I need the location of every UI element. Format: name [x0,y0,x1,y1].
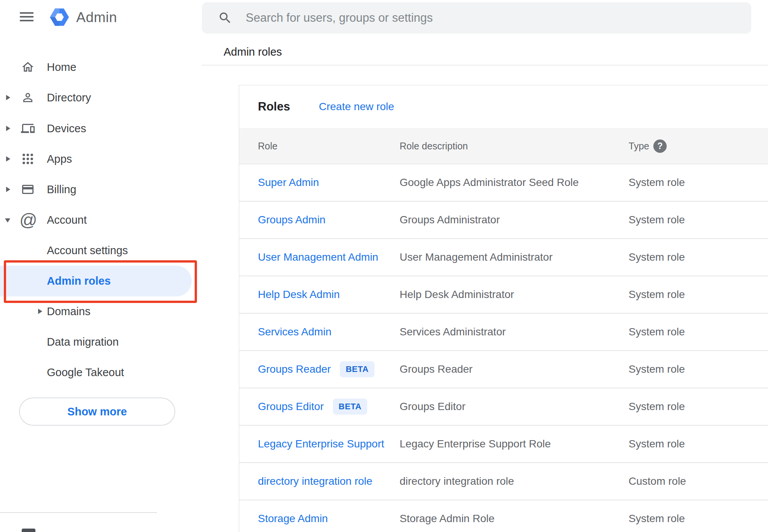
sidebar: Admin Home Directory Devices Apps Billin… [0,0,157,532]
table-header-row: Role Role description Type ? [239,128,768,164]
table-row: Super Admin Google Apps Administrator Se… [239,164,768,202]
admin-logo-icon [48,6,70,28]
expand-chevron-icon[interactable] [6,126,10,131]
show-more-button[interactable]: Show more [19,397,175,426]
expand-chevron-icon[interactable] [38,309,42,314]
role-description: Services Administrator [400,326,506,338]
create-new-role-link[interactable]: Create new role [319,85,394,128]
at-sign-icon: @ [19,210,36,230]
search-bar[interactable] [202,2,751,34]
role-type: System role [629,288,685,301]
sidebar-item-billing[interactable]: Billing [0,179,157,200]
beta-badge: BETA [340,361,374,377]
role-type: System role [629,513,685,525]
role-link[interactable]: Storage Admin [258,513,328,525]
sidebar-item-directory[interactable]: Directory [0,87,157,108]
table-row: Groups EditorBETA Groups Editor System r… [239,388,768,426]
sidebar-item-label: Devices [47,118,86,139]
devices-icon [21,122,35,135]
role-description: Google Apps Administrator Seed Role [400,176,579,189]
role-type: System role [629,176,685,189]
expand-chevron-icon[interactable] [6,95,10,100]
sidebar-item-account[interactable]: @ Account [0,209,157,231]
sidebar-item-label: Domains [47,301,90,322]
role-link[interactable]: Help Desk Admin [258,288,340,301]
table-row: directory integration role directory int… [239,463,768,500]
role-type: System role [629,401,685,413]
sidebar-item-label: Billing [47,179,76,200]
sidebar-item-google-takeout[interactable]: Google Takeout [0,362,157,383]
apps-grid-icon [21,152,35,166]
sidebar-item-label: Data migration [47,331,119,353]
sidebar-item-label: Account [47,209,87,231]
role-link[interactable]: Groups Reader [258,363,331,375]
clipped-bottom-icon [22,529,35,532]
role-link[interactable]: Groups Editor [258,401,324,413]
role-link[interactable]: directory integration role [258,475,372,487]
sidebar-item-domains[interactable]: Domains [0,301,157,322]
role-description: Groups Administrator [400,214,500,226]
sidebar-item-label: Admin roles [47,266,111,296]
roles-table-body: Super Admin Google Apps Administrator Se… [239,164,768,532]
menu-hamburger-icon[interactable] [20,12,34,21]
role-description: directory integration role [400,475,514,487]
sidebar-item-label: Apps [47,148,72,170]
sidebar-item-label: Home [47,56,76,78]
role-type: System role [629,251,685,263]
search-input[interactable] [246,11,740,25]
sidebar-item-devices[interactable]: Devices [0,118,157,139]
sidebar-item-data-migration[interactable]: Data migration [0,331,157,353]
column-header-description: Role description [400,128,468,164]
table-row: Help Desk Admin Help Desk Administrator … [239,276,768,314]
role-type: System role [629,363,685,375]
table-row: Groups ReaderBETA Groups Reader System r… [239,351,768,388]
table-row: Storage Admin Storage Admin Role System … [239,500,768,532]
sidebar-item-admin-roles-selected[interactable]: Admin roles [0,266,192,296]
sidebar-item-label: Account settings [47,240,128,261]
role-link[interactable]: Services Admin [258,326,331,338]
role-link[interactable]: Legacy Enterprise Support [258,438,384,450]
table-row: Services Admin Services Administrator Sy… [239,314,768,351]
card-header: Roles Create new role [239,85,768,128]
card-title: Roles [258,85,290,128]
column-header-type: Type [629,128,649,164]
breadcrumb-divider [202,65,768,66]
sidebar-item-label: Google Takeout [47,362,124,383]
credit-card-icon [21,183,35,196]
help-icon[interactable]: ? [653,139,667,153]
person-icon [21,91,35,104]
table-row: User Management Admin User Management Ad… [239,239,768,276]
home-icon [21,60,35,74]
role-link[interactable]: User Management Admin [258,251,378,263]
sidebar-item-apps[interactable]: Apps [0,148,157,170]
role-description: Help Desk Administrator [400,288,514,301]
admin-logo-label: Admin [76,10,117,26]
role-description: User Management Administrator [400,251,553,263]
sidebar-item-account-settings[interactable]: Account settings [0,240,157,261]
expand-chevron-icon[interactable] [6,156,10,162]
sidebar-item-home[interactable]: Home [0,56,157,78]
beta-badge: BETA [333,399,367,415]
role-type: Custom role [629,475,686,487]
role-description: Groups Reader [400,363,472,375]
expand-chevron-icon[interactable] [6,187,10,192]
breadcrumb: Admin roles [224,46,282,58]
role-description: Groups Editor [400,401,466,413]
role-description: Legacy Enterprise Support Role [400,438,551,450]
role-link[interactable]: Super Admin [258,176,319,189]
admin-console-page: { "sidebar": { "logo_label": "Admin", "i… [0,0,768,532]
roles-card: Roles Create new role Role Role descript… [239,85,768,532]
role-type: System role [629,214,685,226]
table-row: Groups Admin Groups Administrator System… [239,202,768,239]
collapse-chevron-icon[interactable] [5,218,10,223]
search-icon [218,11,232,25]
table-row: Legacy Enterprise Support Legacy Enterpr… [239,426,768,463]
sidebar-bottom-divider [0,512,157,513]
role-description: Storage Admin Role [400,513,494,525]
column-header-role: Role [258,128,277,164]
role-link[interactable]: Groups Admin [258,214,325,226]
role-type: System role [629,326,685,338]
sidebar-item-label: Directory [47,87,91,108]
role-type: System role [629,438,685,450]
